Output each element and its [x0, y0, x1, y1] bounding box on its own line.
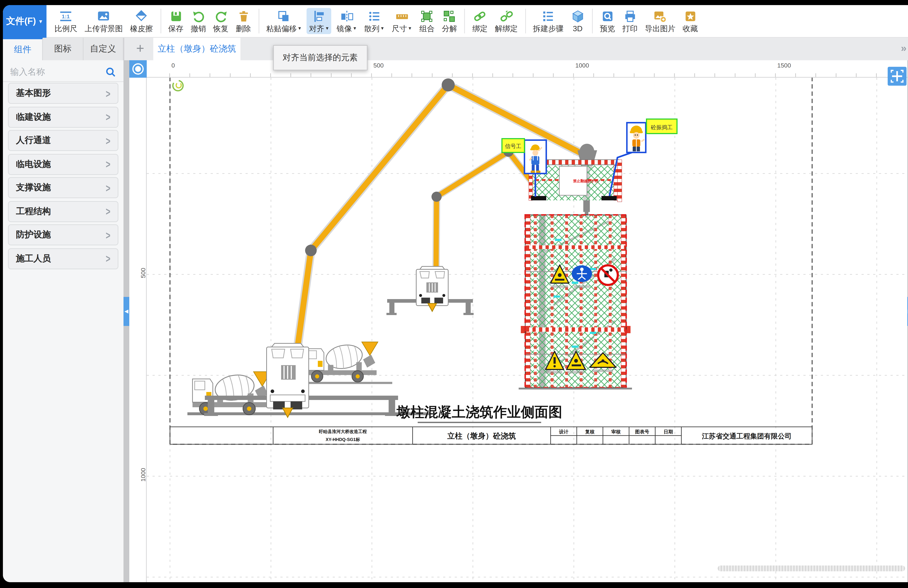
add-tab-button[interactable]: +	[133, 42, 148, 56]
document-tab-bar: + 立柱（墩身）砼浇筑 »	[124, 38, 908, 60]
no-climbing-sign: 禁止翻越防护栏	[573, 179, 599, 183]
component-sidebar: 输入名称 基本图形>临建设施>人行通道>临电设施>支撑设施>工程结构>防护设施>…	[3, 60, 124, 582]
sidebar-category-label: 临电设施	[16, 158, 106, 170]
preview-button[interactable]: 预览	[598, 8, 617, 34]
tab-icons[interactable]: 图标	[43, 38, 83, 60]
dimension-button[interactable]: 尺寸▼	[390, 8, 414, 34]
distribute-icon	[367, 9, 381, 23]
toolbar-item-label: 撤销	[191, 24, 206, 33]
toolbar-item-label: 橡皮擦	[130, 24, 153, 33]
upload-background-button[interactable]: 上传背景图	[82, 8, 125, 34]
document-tab[interactable]: 立柱（墩身）砼浇筑	[153, 38, 240, 60]
undo-icon	[192, 9, 205, 23]
redo-icon	[214, 9, 228, 23]
toolbar-item-label: 拆建步骤	[533, 24, 563, 33]
bind-button[interactable]: 绑定	[470, 8, 490, 34]
ungroup-icon	[443, 9, 456, 23]
align-button[interactable]: 对齐▼	[307, 8, 332, 34]
search-box[interactable]: 输入名称	[3, 63, 124, 82]
drawing-region[interactable]: 禁止翻越防护栏	[147, 78, 907, 582]
sidebar-category[interactable]: 临建设施>	[8, 106, 118, 127]
file-menu-button[interactable]: 文件(F) ▼	[3, 5, 47, 37]
view-3d-button[interactable]: 3D	[568, 8, 587, 34]
toolbar-item-label: 绑定	[472, 24, 488, 33]
favorite-button[interactable]: 收藏	[681, 8, 700, 34]
sidebar-category[interactable]: 支撑设施>	[8, 177, 118, 198]
tab-row: 组件 图标 自定义 + 立柱（墩身）砼浇筑 » 属性 图层	[3, 38, 908, 60]
build-steps-button[interactable]: 拆建步骤	[531, 8, 566, 34]
search-icon[interactable]	[105, 66, 116, 77]
sidebar-category[interactable]: 施工人员>	[8, 248, 118, 269]
ungroup-button[interactable]: 分解	[440, 8, 459, 34]
toolbar-item-label: 尺寸	[392, 24, 407, 33]
star-icon	[683, 9, 697, 23]
collapse-right-handle[interactable]: ▶	[907, 297, 908, 326]
chain-broken-icon	[499, 9, 513, 23]
sidebar-category[interactable]: 临电设施>	[8, 154, 118, 175]
toolbar-item-label: 镜像	[337, 24, 352, 33]
fit-view-button[interactable]	[888, 67, 906, 86]
dropdown-arrow-icon: ▼	[353, 26, 357, 31]
chevron-right-icon: >	[106, 229, 110, 241]
drawing-svg: 禁止翻越防护栏	[147, 78, 907, 582]
toolbar-item-label: 恢复	[213, 24, 229, 33]
toolbar-item-label: 分解	[442, 24, 457, 33]
chevron-right-icon: >	[106, 205, 110, 217]
align-left-icon	[312, 9, 326, 23]
title-underline	[418, 422, 541, 423]
table-header: 审核	[611, 429, 621, 434]
drawing-title[interactable]: 墩柱混凝土浇筑作业侧面图	[396, 404, 562, 419]
export-image-button[interactable]: 导出图片	[643, 8, 678, 34]
distribute-button[interactable]: 散列▼	[362, 8, 386, 34]
unbind-button[interactable]: 解绑定	[493, 8, 520, 34]
tab-components[interactable]: 组件	[3, 38, 43, 60]
chevron-right-icon: >	[106, 252, 110, 264]
sidebar-category-label: 施工人员	[16, 252, 106, 265]
trash-icon	[237, 9, 250, 23]
toolbar-item-label: 组合	[419, 24, 435, 33]
redo-button[interactable]: 恢复	[211, 8, 231, 34]
collapse-left-handle[interactable]: ◀	[124, 297, 129, 326]
ruler-origin-button[interactable]	[129, 60, 147, 78]
chevron-down-icon: ▼	[38, 19, 43, 24]
sidebar-category[interactable]: 工程结构>	[8, 201, 118, 222]
paste-offset-button[interactable]: 粘贴偏移▼	[264, 8, 304, 34]
mirror-button[interactable]: 镜像▼	[335, 8, 359, 34]
horizontal-ruler: 050010001500	[147, 60, 907, 78]
toolbar-item-label: 保存	[168, 24, 184, 33]
chevron-right-icon: >	[106, 134, 110, 146]
toolbar-item-label: 比例尺	[55, 24, 77, 33]
drawing-name: 立柱（墩身）砼浇筑	[447, 432, 516, 440]
svg-text:1:1: 1:1	[62, 13, 70, 19]
horizontal-scrollbar[interactable]	[718, 566, 905, 571]
sidebar-category-label: 基本图形	[16, 87, 106, 100]
sidebar-category-label: 工程结构	[16, 205, 106, 217]
toolbar-item-label: 导出图片	[645, 24, 675, 33]
sidebar-category[interactable]: 基本图形>	[8, 83, 118, 104]
company-name: 江苏省交通工程集团有限公司	[702, 432, 792, 440]
save-button[interactable]: 保存	[166, 8, 185, 34]
dropdown-arrow-icon: ▼	[298, 26, 302, 31]
table-header: 设计	[559, 429, 568, 434]
ruler-label: 500	[374, 62, 384, 69]
group-button[interactable]: 组合	[417, 8, 437, 34]
scale-ruler-button[interactable]: 1:1 比例尺	[52, 8, 79, 34]
mirror-icon	[340, 9, 354, 23]
eraser-button[interactable]: 橡皮擦	[128, 8, 155, 34]
worker-label: 砼振捣工	[651, 124, 673, 130]
main-area: 输入名称 基本图形>临建设施>人行通道>临电设施>支撑设施>工程结构>防护设施>…	[3, 60, 908, 582]
ruler-icon	[395, 9, 409, 23]
project-name: 盱眙县淮河大桥改造工程	[319, 429, 367, 434]
print-button[interactable]: 打印	[620, 8, 640, 34]
toolbar-separator	[525, 9, 526, 34]
sidebar-category-label: 人行通道	[16, 134, 106, 147]
tab-custom[interactable]: 自定义	[83, 38, 124, 60]
toolbar-separator	[464, 9, 465, 34]
search-input[interactable]: 输入名称	[10, 66, 105, 78]
toolbar-item-label: 散列	[364, 24, 379, 33]
sidebar-category[interactable]: 防护设施>	[8, 224, 118, 245]
tab-overflow-button[interactable]: »	[901, 42, 906, 54]
undo-button[interactable]: 撤销	[188, 8, 208, 34]
delete-button[interactable]: 删除	[233, 8, 253, 34]
sidebar-category[interactable]: 人行通道>	[8, 130, 118, 151]
